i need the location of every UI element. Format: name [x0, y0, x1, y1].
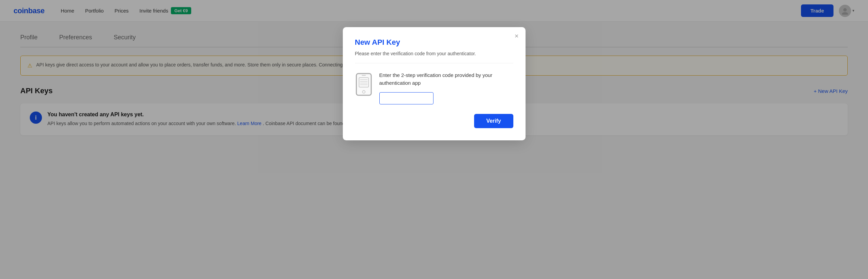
modal-body-text: Enter the 2-step verification code provi… — [379, 72, 513, 87]
modal-overlay: × New API Key Please enter the verificat… — [0, 0, 868, 279]
phone-icon — [355, 73, 373, 97]
modal-subtitle: Please enter the verification code from … — [355, 51, 513, 63]
verification-code-input[interactable] — [379, 92, 433, 104]
modal-body-content: Enter the 2-step verification code provi… — [379, 72, 513, 104]
modal-body: Enter the 2-step verification code provi… — [355, 72, 513, 104]
verify-button[interactable]: Verify — [474, 114, 513, 128]
modal-close-button[interactable]: × — [515, 33, 519, 39]
svg-rect-9 — [362, 75, 366, 76]
new-api-key-modal: × New API Key Please enter the verificat… — [343, 27, 526, 140]
modal-footer: Verify — [355, 114, 513, 128]
modal-title: New API Key — [355, 38, 513, 47]
svg-rect-2 — [356, 74, 371, 95]
